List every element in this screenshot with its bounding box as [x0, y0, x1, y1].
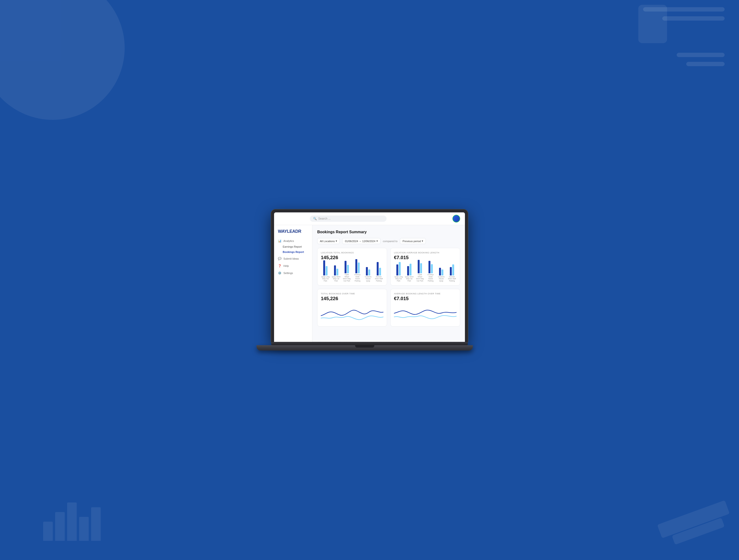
bar-label: Duoleys Hotel Guest Parking [353, 274, 362, 282]
ideas-icon: 💬 [278, 257, 282, 260]
bar-pair [323, 259, 327, 275]
chart2-title: LOCATION AVERAGE BOOKING LENGTH [394, 251, 457, 254]
chart4-title: AVERAGE BOOKING LENGTH OVER TIME [394, 293, 457, 295]
settings-icon: ⚙️ [278, 271, 282, 275]
chart-total-over-time: TOTAL BOOKINGS OVER TIME 145,226 [317, 289, 387, 327]
analytics-icon: 📊 [278, 239, 282, 243]
bar-dark [366, 267, 368, 275]
sidebar-item-submit-ideas[interactable]: 💬 Submit Ideas [274, 255, 312, 262]
bar-pair [450, 259, 454, 275]
chart3-title: TOTAL BOOKINGS OVER TIME [321, 293, 384, 295]
bar-group: Clyde Wharf Short Stay Car Park [342, 256, 351, 282]
bar-pair [439, 259, 443, 275]
bar-pair [429, 256, 433, 273]
bar-dark [407, 266, 409, 275]
charts-grid: LOCATION TOTAL BOOKINGS 145,226 Quay Lon… [317, 248, 460, 327]
bar-light [452, 264, 454, 275]
bar-pair [407, 259, 412, 275]
bar-group: Dunnes Store Staff Parking [374, 259, 384, 282]
laptop-screen: 🔍 Search ... WAYLEADR 📊 Analytics [274, 212, 465, 342]
bar-dark [418, 260, 420, 273]
laptop-hinge [271, 342, 468, 345]
filter-bar: All Locations ▾ 01/06/2024 → 12/06/2024 … [317, 238, 460, 244]
bar-label: Quay Long Stay Car Park [321, 276, 330, 282]
bar-light [399, 262, 401, 275]
help-label: Help [283, 264, 289, 267]
search-icon: 🔍 [313, 217, 317, 220]
sidebar-item-analytics[interactable]: 📊 Analytics [274, 238, 312, 244]
laptop-base [257, 345, 473, 351]
date-range-label: 01/06/2024 → 12/06/2024 [345, 240, 375, 243]
sidebar-section-help: ❓ Help [274, 263, 312, 269]
bar-group: Quay Long Stay Car Park [321, 259, 330, 282]
bar-light [420, 263, 422, 273]
bar-group: Customs House Quay [363, 259, 373, 282]
bar-label: Clyde Wharf Short Stay Car Park [416, 274, 424, 282]
bar-label: Dunnes Store Staff Parking [375, 276, 383, 282]
bar-group: Quay Short Stay Car Park [332, 259, 341, 282]
logo: WAYLEADR [274, 229, 312, 238]
period-label: Previous period [403, 240, 421, 243]
bar-group: Duoleys Hotel Guest Parking [353, 256, 362, 282]
sidebar-item-settings[interactable]: ⚙️ Settings [274, 270, 312, 276]
bar-light [326, 266, 327, 275]
chart3-value: 145,226 [321, 296, 384, 301]
sidebar-section-settings: ⚙️ Settings [274, 270, 312, 276]
laptop-wrapper: 🔍 Search ... WAYLEADR 📊 Analytics [271, 209, 468, 351]
bar-group: Quay Short Stay Car Park [405, 259, 414, 282]
bar-group: Quay Long Stay Car Park [394, 259, 403, 282]
submit-ideas-label: Submit Ideas [283, 257, 299, 260]
locations-chevron-icon: ▾ [336, 239, 337, 243]
search-box[interactable]: 🔍 Search ... [310, 215, 387, 222]
bar-dark [355, 259, 357, 273]
sidebar-section-analytics: 📊 Analytics Earnings Report Bookings Rep… [274, 238, 312, 254]
bar-label: Clyde Wharf Short Stay Car Park [342, 274, 351, 282]
chart3-line [321, 304, 384, 323]
search-input[interactable]: Search ... [318, 217, 330, 220]
chart1-bar-chart: Quay Long Stay Car ParkQuay Short Stay C… [321, 263, 384, 282]
sidebar-item-earnings-report[interactable]: Earnings Report [274, 244, 312, 249]
bar-dark [344, 261, 346, 273]
bar-pair [418, 256, 422, 273]
locations-filter[interactable]: All Locations ▾ [317, 238, 340, 244]
app-layout: WAYLEADR 📊 Analytics Earnings Report Boo… [274, 225, 465, 342]
date-range-filter[interactable]: 01/06/2024 → 12/06/2024 ▾ [342, 238, 380, 244]
bar-label: Duoleys Hotel Guest Parking [426, 274, 435, 282]
chart-avg-over-time: AVERAGE BOOKING LENGTH OVER TIME €7.015 [390, 289, 460, 327]
bar-pair [366, 259, 370, 275]
help-icon: ❓ [278, 264, 282, 267]
sidebar-section-submit-ideas: 💬 Submit Ideas [274, 255, 312, 262]
settings-label: Settings [283, 271, 293, 274]
bar-group: Duoleys Hotel Guest Parking [426, 256, 435, 282]
bar-group: Customs House Quay [437, 259, 446, 282]
chart4-value: €7.015 [394, 296, 457, 301]
chart-location-avg-booking: LOCATION AVERAGE BOOKING LENGTH €7.015 Q… [390, 248, 460, 286]
bar-dark [429, 261, 430, 273]
bar-group: Dunnes Store Staff Parking [447, 259, 457, 282]
bar-pair [355, 256, 360, 273]
bar-light [358, 262, 360, 273]
chart1-title: LOCATION TOTAL BOOKINGS [321, 251, 384, 254]
sidebar: WAYLEADR 📊 Analytics Earnings Report Boo… [274, 225, 312, 342]
laptop-notch [355, 345, 374, 348]
avatar[interactable] [452, 215, 460, 222]
sidebar-analytics-label: Analytics [283, 239, 294, 242]
bar-label: Dunnes Store Staff Parking [448, 276, 456, 282]
bar-group: Clyde Wharf Short Stay Car Park [415, 256, 425, 282]
date-chevron-icon: ▾ [377, 239, 378, 243]
compared-to-label: compared to [383, 240, 398, 243]
bar-label: Customs House Quay [437, 276, 446, 282]
bar-light [368, 269, 370, 275]
bar-label: Quay Long Stay Car Park [394, 276, 403, 282]
bar-light [441, 269, 443, 275]
locations-label: All Locations [320, 240, 335, 243]
bookings-report-label: Bookings Report [283, 250, 304, 253]
sidebar-item-help[interactable]: ❓ Help [274, 263, 312, 269]
chart2-bar-chart: Quay Long Stay Car ParkQuay Short Stay C… [394, 263, 457, 282]
period-filter[interactable]: Previous period ▾ [400, 238, 426, 244]
page-title: Bookings Report Summary [317, 230, 460, 234]
bar-label: Quay Short Stay Car Park [405, 276, 414, 282]
bar-label: Customs House Quay [364, 276, 373, 282]
bar-light [431, 264, 433, 273]
sidebar-item-bookings-report[interactable]: Bookings Report [274, 249, 312, 254]
